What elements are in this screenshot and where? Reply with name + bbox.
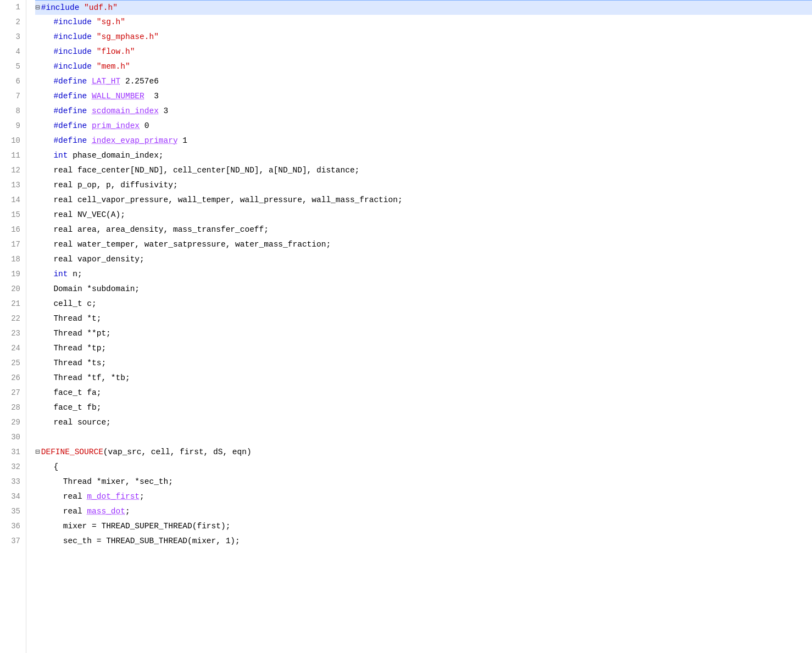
fold-icon-31[interactable]: ⊟ <box>35 445 40 460</box>
code-line-7: #define WALL_NUMBER 3 <box>35 89 812 104</box>
line-indent-7 <box>44 89 53 104</box>
token-3-2: "sg_mphase.h" <box>97 30 159 44</box>
token-35-0: real <box>63 504 87 519</box>
line-number-14: 14 <box>0 193 26 208</box>
token-7-3: 3 <box>144 89 159 104</box>
line-number-9: 9 <box>0 119 26 133</box>
code-line-37: sec_th = THREAD_SUB_THREAD(mixer, 1); <box>35 534 812 549</box>
token-29-0: real source; <box>53 415 110 430</box>
code-line-18: real vapor_density; <box>35 252 812 267</box>
token-23-0: Thread **pt; <box>53 326 110 341</box>
code-line-15: real NV_VEC(A); <box>35 208 812 222</box>
code-line-26: Thread *tf, *tb; <box>35 371 812 386</box>
token-6-1 <box>87 74 92 89</box>
line-number-4: 4 <box>0 44 26 59</box>
line-number-22: 22 <box>0 311 26 326</box>
code-line-30 <box>35 430 812 445</box>
token-35-1: mass_dot <box>87 504 125 519</box>
line-number-18: 18 <box>0 252 26 267</box>
token-3-1 <box>92 30 97 44</box>
line-indent-25 <box>44 356 53 371</box>
token-22-0: Thread *t; <box>53 311 101 326</box>
token-2-1 <box>92 15 97 30</box>
line-number-34: 34 <box>0 489 26 504</box>
token-15-0: real NV_VEC(A); <box>53 208 125 222</box>
token-28-0: face_t fb; <box>53 400 101 415</box>
line-number-6: 6 <box>0 74 26 89</box>
token-10-3: 1 <box>178 133 187 148</box>
line-indent-35 <box>44 504 63 519</box>
token-1-1 <box>79 1 84 15</box>
fold-icon-1[interactable]: ⊟ <box>35 1 40 15</box>
line-number-31: 31 <box>0 445 26 460</box>
code-line-19: int n; <box>35 267 812 282</box>
line-number-gutter: 1234567891011121314151617181920212223242… <box>0 0 26 653</box>
code-line-31: ⊟DEFINE_SOURCE(vap_src, cell, first, dS,… <box>35 445 812 460</box>
line-indent-21 <box>44 297 53 311</box>
token-36-0: mixer = THREAD_SUPER_THREAD(first); <box>63 519 231 534</box>
line-number-25: 25 <box>0 356 26 371</box>
token-13-0: real p_op, p, diffusivity; <box>53 178 177 193</box>
line-indent-37 <box>44 534 63 549</box>
line-number-2: 2 <box>0 15 26 30</box>
line-number-7: 7 <box>0 89 26 104</box>
token-9-0: #define <box>53 119 87 133</box>
code-line-36: mixer = THREAD_SUPER_THREAD(first); <box>35 519 812 534</box>
line-number-20: 20 <box>0 282 26 297</box>
token-4-2: "flow.h" <box>97 44 135 59</box>
code-line-4: #include "flow.h" <box>35 44 812 59</box>
token-9-1 <box>87 119 92 133</box>
line-indent-15 <box>44 208 53 222</box>
code-line-5: #include "mem.h" <box>35 59 812 74</box>
line-number-21: 21 <box>0 297 26 311</box>
code-line-13: real p_op, p, diffusivity; <box>35 178 812 193</box>
line-number-13: 13 <box>0 178 26 193</box>
code-content[interactable]: ⊟#include "udf.h" #include "sg.h" #inclu… <box>26 0 812 653</box>
line-number-3: 3 <box>0 30 26 44</box>
token-18-0: real vapor_density; <box>53 252 144 267</box>
code-line-24: Thread *tp; <box>35 341 812 356</box>
token-19-0: int <box>53 267 68 282</box>
token-34-2: ; <box>140 489 144 504</box>
line-indent-32 <box>44 460 53 475</box>
code-line-25: Thread *ts; <box>35 356 812 371</box>
code-line-35: real mass_dot; <box>35 504 812 519</box>
code-line-14: real cell_vapor_pressure, wall_temper, w… <box>35 193 812 208</box>
line-number-16: 16 <box>0 222 26 237</box>
line-indent-19 <box>44 267 53 282</box>
token-5-0: #include <box>53 59 92 74</box>
line-indent-34 <box>44 489 63 504</box>
token-21-0: cell_t c; <box>53 297 96 311</box>
line-number-36: 36 <box>0 519 26 534</box>
code-line-23: Thread **pt; <box>35 326 812 341</box>
code-line-12: real face_center[ND_ND], cell_center[ND_… <box>35 163 812 178</box>
line-number-35: 35 <box>0 504 26 519</box>
token-6-0: #define <box>53 74 87 89</box>
line-number-30: 30 <box>0 430 26 445</box>
token-34-0: real <box>63 489 87 504</box>
line-indent-13 <box>44 178 53 193</box>
code-line-21: cell_t c; <box>35 297 812 311</box>
code-line-28: face_t fb; <box>35 400 812 415</box>
line-indent-22 <box>44 311 53 326</box>
line-indent-29 <box>44 415 53 430</box>
line-indent-4 <box>44 44 53 59</box>
token-1-2: "udf.h" <box>84 1 118 15</box>
line-indent-36 <box>44 519 63 534</box>
token-2-0: #include <box>53 15 92 30</box>
token-24-0: Thread *tp; <box>53 341 106 356</box>
line-number-26: 26 <box>0 371 26 386</box>
line-number-1: 1 <box>0 0 26 15</box>
code-line-16: real area, area_density, mass_transfer_c… <box>35 222 812 237</box>
token-8-0: #define <box>53 104 87 119</box>
code-line-22: Thread *t; <box>35 311 812 326</box>
line-indent-2 <box>44 15 53 30</box>
code-line-1: ⊟#include "udf.h" <box>35 0 812 15</box>
token-4-0: #include <box>53 44 92 59</box>
token-5-2: "mem.h" <box>97 59 130 74</box>
line-indent-20 <box>44 282 53 297</box>
token-7-1 <box>87 89 92 104</box>
code-line-10: #define index_evap_primary 1 <box>35 133 812 148</box>
line-number-29: 29 <box>0 415 26 430</box>
token-1-0: #include <box>41 1 80 15</box>
